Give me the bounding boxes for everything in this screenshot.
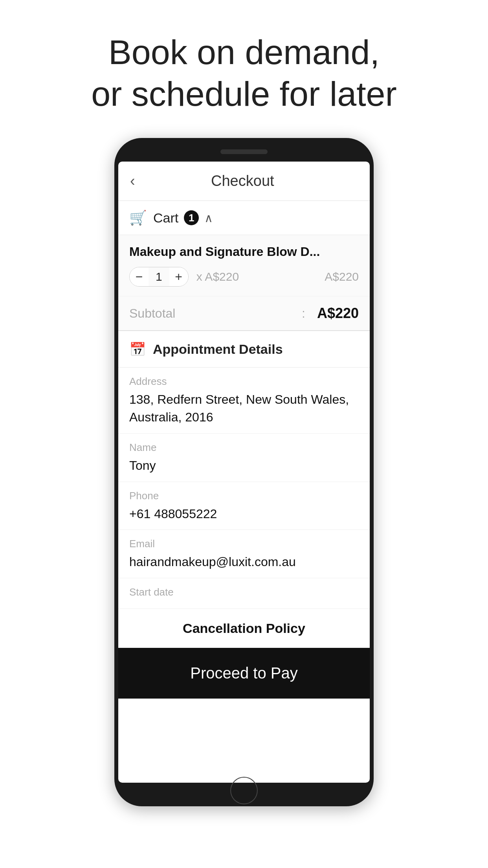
screen-title: Checkout (143, 173, 342, 189)
email-label: Email (129, 538, 359, 550)
start-date-label: Start date (129, 586, 359, 598)
proceed-to-pay-wrapper: Proceed to Pay (118, 648, 370, 699)
address-field[interactable]: Address 138, Redfern Street, New South W… (118, 368, 370, 434)
cancellation-policy-label: Cancellation Policy (183, 621, 305, 636)
appointment-section-title: Appointment Details (153, 342, 283, 357)
unit-price: x A$220 (196, 270, 325, 283)
appointment-section-header: 📅 Appointment Details (118, 331, 370, 368)
phone-speaker (220, 149, 268, 154)
cart-count-badge: 1 (184, 210, 199, 225)
name-label: Name (129, 441, 359, 454)
phone-bottom-bar (118, 783, 370, 802)
cart-item-row: − 1 + x A$220 A$220 (129, 267, 359, 287)
screen-header: ‹ Checkout (118, 162, 370, 201)
cancellation-policy-section[interactable]: Cancellation Policy (118, 609, 370, 648)
subtotal-label: Subtotal (129, 306, 302, 321)
email-field[interactable]: Email hairandmakeup@luxit.com.au (118, 530, 370, 578)
cart-icon: 🛒 (129, 210, 147, 226)
phone-field[interactable]: Phone +61 488055222 (118, 482, 370, 530)
quantity-increase-button[interactable]: + (169, 267, 188, 286)
chevron-up-icon[interactable]: ∧ (204, 211, 213, 225)
hero-line1: Book on demand, (108, 33, 380, 72)
subtotal-row: Subtotal : A$220 (118, 296, 370, 331)
email-value: hairandmakeup@luxit.com.au (129, 553, 359, 571)
phone-label: Phone (129, 490, 359, 502)
phone-value: +61 488055222 (129, 505, 359, 523)
phone-mockup: ‹ Checkout 🛒 Cart 1 ∧ Makeup and Signatu… (114, 138, 374, 806)
subtotal-amount: A$220 (317, 305, 359, 322)
quantity-control[interactable]: − 1 + (129, 267, 189, 287)
address-value: 138, Redfern Street, New South Wales, Au… (129, 391, 359, 426)
proceed-to-pay-button[interactable]: Proceed to Pay (118, 648, 370, 699)
address-label: Address (129, 375, 359, 388)
phone-top-bar (118, 142, 370, 162)
start-date-field[interactable]: Start date (118, 578, 370, 609)
phone-screen: ‹ Checkout 🛒 Cart 1 ∧ Makeup and Signatu… (118, 162, 370, 783)
quantity-value: 1 (149, 270, 169, 283)
quantity-decrease-button[interactable]: − (130, 267, 149, 286)
hero-section: Book on demand, or schedule for later (68, 0, 420, 138)
phone-country-code: +61 488055222 (129, 505, 217, 523)
name-value: Tony (129, 457, 359, 474)
hero-line2: or schedule for later (91, 74, 397, 113)
cart-bar[interactable]: 🛒 Cart 1 ∧ (118, 201, 370, 235)
subtotal-colon: : (302, 306, 305, 321)
cart-item: Makeup and Signature Blow D... − 1 + x A… (118, 235, 370, 296)
name-field[interactable]: Name Tony (118, 434, 370, 482)
item-total: A$220 (325, 270, 359, 283)
back-button[interactable]: ‹ (130, 173, 135, 189)
calendar-icon: 📅 (129, 341, 146, 357)
cart-label: Cart (153, 210, 178, 226)
phone-home-button (230, 777, 258, 804)
cart-item-name: Makeup and Signature Blow D... (129, 245, 359, 259)
